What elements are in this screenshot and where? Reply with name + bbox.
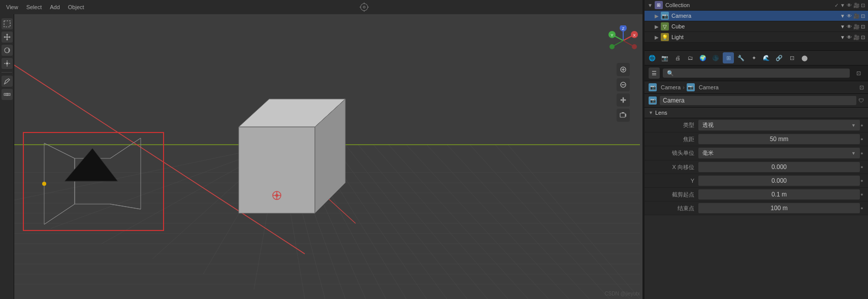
zoom-out-btn[interactable] xyxy=(617,78,630,91)
cube-expand-icon[interactable]: ▶ xyxy=(655,24,659,29)
props-icon-scene2[interactable]: 🌍 xyxy=(697,52,709,63)
props-menu-btn[interactable]: ☰ xyxy=(649,68,660,79)
select-box-tool[interactable] xyxy=(2,18,13,29)
props-icon-modifier[interactable]: 🔧 xyxy=(735,52,747,63)
prop-clip-end-text: 100 m xyxy=(770,205,787,212)
prop-clip-end-value[interactable]: 100 m xyxy=(698,203,860,213)
viewport-3d[interactable]: View Select Add Object xyxy=(0,0,642,299)
prop-focal-lock-icon[interactable]: ● xyxy=(860,137,864,142)
lens-section-label: Lens xyxy=(655,110,667,116)
breadcrumb-expand-icon[interactable]: ⊡ xyxy=(859,84,864,91)
prop-type-lock-icon[interactable]: ● xyxy=(860,123,864,128)
camera-render-icon[interactable]: 🎥 xyxy=(853,13,859,19)
prop-focal-value[interactable]: 50 mm xyxy=(698,134,860,144)
view-menu-btn[interactable]: View xyxy=(3,3,21,11)
svg-rect-93 xyxy=(6,62,8,64)
prop-clip-start-lock-icon[interactable]: ● xyxy=(860,192,864,197)
prop-clip-start-label: 截剪起点 xyxy=(649,191,694,198)
props-icon-data[interactable]: ⊡ xyxy=(786,52,797,63)
object-menu-btn[interactable]: Object xyxy=(65,3,87,11)
camera-expand-icon[interactable]: ▶ xyxy=(655,13,659,19)
camera-hide-icon[interactable]: ⊡ xyxy=(861,13,865,19)
annotate-tool[interactable] xyxy=(2,76,13,87)
prop-shift-y-value[interactable]: 0.000 xyxy=(698,176,860,186)
props-icon-view-layer[interactable]: 🗂 xyxy=(685,52,696,63)
prop-shift-x-lock-icon[interactable]: ● xyxy=(860,164,864,170)
prop-shift-y-lock-icon[interactable]: ● xyxy=(860,178,864,183)
collection-icon: ⊞ xyxy=(655,1,663,9)
props-expand-btn[interactable]: ⊡ xyxy=(853,68,864,79)
prop-type-dropdown[interactable]: 透视 ▼ xyxy=(698,120,860,130)
svg-line-52 xyxy=(44,143,75,158)
camera-restrict-icon[interactable]: ▼ xyxy=(840,13,845,19)
prop-clip-end-lock-icon[interactable]: ● xyxy=(860,206,864,211)
collection-render-icon[interactable]: 🎥 xyxy=(853,3,859,8)
zoom-in-btn[interactable] xyxy=(617,63,630,76)
light-expand-icon[interactable]: ▶ xyxy=(655,35,659,40)
light-hide-icon[interactable]: ⊡ xyxy=(861,35,865,40)
outliner-item-light[interactable]: ▶ 💡 Light ▼ 👁 🎥 ⊡ xyxy=(645,32,868,43)
svg-rect-85 xyxy=(4,21,10,27)
props-icon-particles[interactable]: ✦ xyxy=(748,52,759,63)
props-icon-output[interactable]: 🖨 xyxy=(672,52,683,63)
prop-shift-x-text: 0.000 xyxy=(771,163,787,171)
data-block-icon: 📷 xyxy=(649,96,657,105)
cube-restrict-icon[interactable]: ▼ xyxy=(840,24,845,29)
select-menu-btn[interactable]: Select xyxy=(23,3,45,11)
collection-check-icon[interactable]: ✓ xyxy=(834,3,839,8)
collection-hide-icon[interactable]: ⊡ xyxy=(861,3,865,8)
svg-marker-83 xyxy=(625,114,626,117)
props-icon-physics[interactable]: 🌊 xyxy=(761,52,772,63)
outliner-item-camera[interactable]: ▶ 📷 Camera ▼ 👁 🎥 ⊡ xyxy=(645,11,868,21)
camera-view-btn[interactable] xyxy=(617,109,630,122)
add-menu-btn[interactable]: Add xyxy=(47,3,63,11)
cube-hide-icon[interactable]: ⊡ xyxy=(861,24,865,29)
lens-section-header[interactable]: ▼ Lens xyxy=(645,108,868,118)
camera-eye-icon[interactable]: 👁 xyxy=(847,13,852,19)
props-icon-material[interactable]: ⬤ xyxy=(799,52,810,63)
move-tool-btn[interactable] xyxy=(617,93,630,107)
prop-clip-start-value[interactable]: 0.1 m xyxy=(698,189,860,200)
props-icon-world[interactable]: 🌑 xyxy=(710,52,721,63)
move-tool[interactable] xyxy=(2,31,13,43)
breadcrumb-level2: Camera xyxy=(699,84,719,90)
rotate-tool[interactable] xyxy=(2,45,13,56)
cube-item-icons: ▼ 👁 🎥 ⊡ xyxy=(840,24,865,29)
props-icon-object[interactable]: ⊞ xyxy=(723,52,734,63)
light-restrict-icon[interactable]: ▼ xyxy=(840,35,845,40)
viewport-center-icon xyxy=(360,3,369,12)
scale-tool[interactable] xyxy=(2,58,13,69)
prop-type-dropdown-icon: ▼ xyxy=(851,123,856,128)
cube-render-icon[interactable]: 🎥 xyxy=(853,24,859,29)
collection-label: Collection xyxy=(665,2,834,8)
left-tool-panel xyxy=(0,14,14,299)
cube-eye-icon[interactable]: 👁 xyxy=(847,24,852,29)
collection-restrict-icon[interactable]: ▼ xyxy=(840,3,845,8)
data-block-shield-icon[interactable]: 🛡 xyxy=(858,97,864,104)
measure-tool[interactable] xyxy=(2,89,13,100)
divider xyxy=(2,72,13,73)
prop-lens-unit-lock-icon[interactable]: ● xyxy=(860,151,864,156)
svg-rect-82 xyxy=(620,113,625,117)
props-icon-scene[interactable]: 🌐 xyxy=(647,52,658,63)
collection-expand-icon[interactable]: ▼ xyxy=(648,3,653,8)
light-eye-icon[interactable]: 👁 xyxy=(847,35,852,40)
outliner-item-cube[interactable]: ▶ ▽ Cube ▼ 👁 🎥 ⊡ xyxy=(645,21,868,32)
prop-lens-unit-dropdown[interactable]: 毫米 ▼ xyxy=(698,148,860,158)
props-icon-render[interactable]: 📷 xyxy=(659,52,670,63)
camera-item-icons: ▼ 👁 🎥 ⊡ xyxy=(840,13,865,19)
svg-marker-56 xyxy=(65,148,118,181)
properties-search-bar: ☰ ⊡ xyxy=(645,65,868,81)
breadcrumb-icon2: 📷 xyxy=(687,83,695,91)
navigation-gizmo[interactable]: Z X Y xyxy=(608,25,638,56)
collection-eye-icon[interactable]: 👁 xyxy=(847,3,852,8)
camera-label: Camera xyxy=(671,13,840,19)
properties-search-input[interactable] xyxy=(663,69,850,78)
prop-shift-x-value[interactable]: 0.000 xyxy=(698,162,860,172)
light-render-icon[interactable]: 🎥 xyxy=(853,35,859,40)
data-block-name-input[interactable] xyxy=(660,96,856,105)
props-icon-constraint[interactable]: 🔗 xyxy=(774,52,785,63)
svg-point-74 xyxy=(632,44,637,49)
right-panel: ▼ ⊞ Collection ✓ ▼ 👁 🎥 ⊡ ▶ 📷 Camera ▼ xyxy=(645,0,868,299)
svg-point-76 xyxy=(609,44,615,49)
